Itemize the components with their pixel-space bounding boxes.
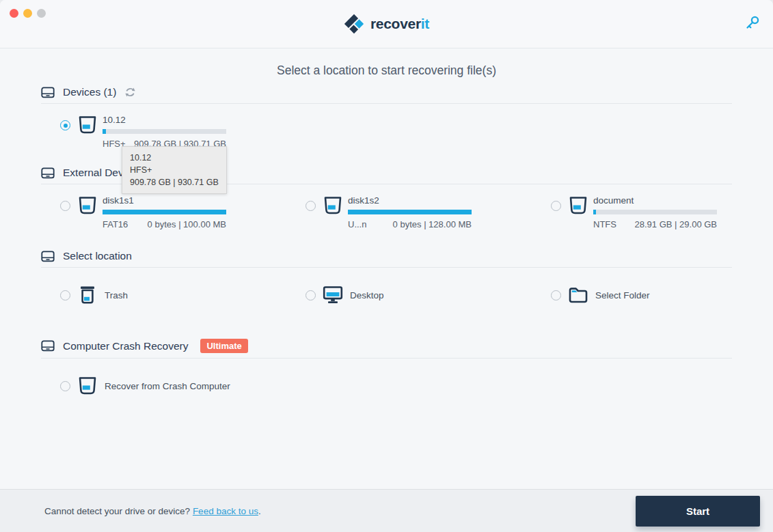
app-logo: recoverit — [344, 14, 429, 34]
page-title: Select a location to start recovering fi… — [41, 64, 732, 78]
radio-button[interactable] — [60, 201, 70, 211]
app-window: recoverit Select a location to start rec… — [0, 0, 773, 532]
folder-icon — [567, 284, 589, 306]
radio-button[interactable] — [306, 201, 316, 211]
hard-drive-icon — [41, 87, 55, 98]
location-label: Desktop — [350, 290, 384, 300]
close-window-button[interactable] — [10, 9, 18, 18]
radio-button[interactable] — [60, 381, 70, 391]
radio-button[interactable] — [551, 290, 561, 300]
device-meta: NTFS 28.91 GB | 29.00 GB — [593, 219, 717, 229]
capacity-bar — [593, 210, 717, 214]
devices-section-label: Devices (1) — [63, 86, 116, 98]
ultimate-badge: Ultimate — [200, 339, 247, 353]
device-info: disk1s2 U...n 0 bytes | 128.00 MB — [348, 195, 472, 229]
radio-button[interactable] — [551, 201, 561, 211]
device-item-disk1s2[interactable]: disk1s2 U...n 0 bytes | 128.00 MB — [306, 195, 551, 229]
zoom-window-button[interactable] — [37, 9, 46, 18]
select-location-section-header: Select location — [41, 250, 732, 262]
capacity-bar — [103, 210, 226, 214]
start-button[interactable]: Start — [636, 496, 760, 527]
device-info: disk1s1 FAT16 0 bytes | 100.00 MB — [103, 195, 226, 229]
locations-list: Trash Desktop — [41, 284, 732, 306]
disk-partition-icon — [322, 195, 344, 216]
device-name: 10.12 — [103, 115, 226, 125]
devices-list: 10.12 HFS+ 909.78 GB | 930.71 GB 10.12 H… — [41, 115, 732, 149]
device-meta: FAT16 0 bytes | 100.00 MB — [103, 219, 226, 229]
device-name: document — [593, 195, 717, 206]
location-item-trash[interactable]: Trash — [60, 284, 306, 306]
radio-button[interactable] — [60, 290, 70, 300]
section-divider — [41, 103, 732, 104]
refresh-icon[interactable] — [124, 87, 136, 98]
section-divider — [41, 358, 732, 359]
minimize-window-button[interactable] — [23, 9, 32, 18]
disk-partition-icon — [77, 115, 98, 135]
radio-button[interactable] — [60, 120, 70, 130]
device-item-disk1s1[interactable]: disk1s1 FAT16 0 bytes | 100.00 MB — [60, 195, 306, 229]
hard-drive-icon — [41, 340, 55, 352]
crash-recovery-section-label: Computer Crash Recovery — [63, 340, 188, 352]
section-divider — [41, 267, 732, 268]
disk-partition-icon — [567, 195, 589, 216]
filesystem-label: U...n — [348, 219, 366, 229]
footer-bar: Cannot detect your drive or device? Feed… — [0, 489, 773, 532]
location-item-select-folder[interactable]: Select Folder — [551, 284, 732, 306]
footer-help-text: Cannot detect your drive or device? Feed… — [44, 506, 636, 516]
capacity-bar — [348, 210, 472, 214]
feedback-link[interactable]: Feed back to us — [193, 506, 258, 516]
crash-recovery-item[interactable]: Recover from Crash Computer — [60, 375, 306, 397]
monitor-icon — [322, 284, 344, 306]
device-item-document[interactable]: document NTFS 28.91 GB | 29.00 GB — [551, 195, 732, 229]
device-name: disk1s1 — [103, 195, 226, 206]
location-label: Select Folder — [595, 290, 650, 300]
external-devices-list: disk1s1 FAT16 0 bytes | 100.00 MB — [41, 195, 732, 229]
devices-section-header: Devices (1) — [41, 86, 732, 98]
trash-icon — [77, 284, 98, 306]
disk-partition-icon — [77, 195, 98, 216]
activation-key-button[interactable] — [743, 14, 762, 33]
filesystem-label: FAT16 — [103, 219, 128, 229]
crash-recovery-label: Recover from Crash Computer — [105, 381, 230, 391]
device-name: disk1s2 — [348, 195, 472, 206]
device-info: 10.12 HFS+ 909.78 GB | 930.71 GB — [103, 115, 226, 149]
key-icon — [744, 14, 761, 32]
window-controls — [10, 9, 46, 18]
size-label: 28.91 GB | 29.00 GB — [635, 219, 717, 229]
recoverit-diamond-icon — [344, 14, 364, 34]
crash-recovery-section-header: Computer Crash Recovery Ultimate — [41, 339, 732, 353]
filesystem-label: NTFS — [593, 219, 616, 229]
device-tooltip: 10.12 HFS+ 909.78 GB | 930.71 GB — [122, 146, 227, 194]
device-info: document NTFS 28.91 GB | 29.00 GB — [593, 195, 717, 229]
crash-recovery-list: Recover from Crash Computer — [41, 375, 732, 397]
hard-drive-icon — [41, 167, 55, 179]
select-location-section-label: Select location — [63, 250, 132, 262]
device-item-1012[interactable]: 10.12 HFS+ 909.78 GB | 930.71 GB 10.12 H… — [60, 115, 306, 149]
radio-button[interactable] — [306, 290, 316, 300]
size-label: 0 bytes | 128.00 MB — [393, 219, 472, 229]
main-content: Select a location to start recovering fi… — [0, 48, 773, 489]
location-item-desktop[interactable]: Desktop — [306, 284, 551, 306]
hard-drive-icon — [41, 251, 55, 262]
capacity-bar — [103, 129, 226, 134]
app-logo-text: recoverit — [370, 16, 429, 32]
device-meta: U...n 0 bytes | 128.00 MB — [348, 219, 472, 229]
location-label: Trash — [105, 290, 128, 300]
size-label: 0 bytes | 100.00 MB — [148, 219, 226, 229]
disk-partition-icon — [77, 375, 98, 397]
titlebar: recoverit — [0, 0, 773, 48]
